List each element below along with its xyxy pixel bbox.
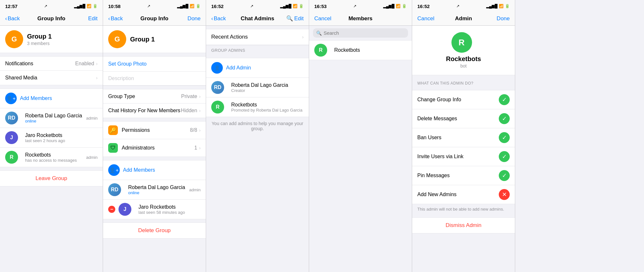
admin-row-r-3[interactable]: R Rocketbots Promoted by Roberta Dal Lag… <box>206 97 309 117</box>
perm-invite-link[interactable]: Invite Users via Link ✓ <box>412 147 515 166</box>
location-icon-3: ↗ <box>250 4 253 8</box>
member-row-r-4[interactable]: R Rocketbots <box>309 41 412 60</box>
done-button-2[interactable]: Done <box>181 15 201 22</box>
recent-actions-chevron: › <box>302 34 304 40</box>
shared-media-item[interactable]: Shared Media › <box>0 71 103 85</box>
group-header-1: G Group 1 3 members <box>0 26 103 53</box>
chat-history-item[interactable]: Chat History For New Members Hidden › <box>103 104 206 118</box>
panel-admin-settings: 16:52 ↗ ▂▄▆█ 📶 🔋 Cancel Admin Done R Roc… <box>412 0 515 272</box>
permissions-chevron: › <box>199 128 201 133</box>
group-type-label: Group Type <box>108 94 181 99</box>
group-type-chevron: › <box>199 94 201 99</box>
battery-icon-5: 🔋 <box>505 4 510 8</box>
remove-member-button-j[interactable]: − <box>108 206 115 213</box>
add-admin-icon-3: 👤 <box>211 62 223 74</box>
perm-change-group-info[interactable]: Change Group Info ✓ <box>412 90 515 109</box>
member-details-rd-2: Roberta Dal Lago Garcia online <box>128 185 189 195</box>
person-plus-icon-1: 👤+ <box>6 95 15 102</box>
location-icon-5: ↗ <box>456 4 459 8</box>
perm-label-1: Delete Messages <box>417 116 499 122</box>
member-row-j-1[interactable]: J Jaro Rocketbots last seen 2 hours ago <box>0 128 103 148</box>
done-button-5[interactable]: Done <box>490 15 510 22</box>
add-members-button-2[interactable]: 👤+ Add Members <box>103 160 206 180</box>
admin-name-r-3: Rocketbots <box>231 102 304 108</box>
member-details-j-1: Jaro Rocketbots last seen 2 hours ago <box>25 132 98 143</box>
admin-sub-r-3: Promoted by Roberta Dal Lago Garcia <box>231 108 304 113</box>
member-sub-rd-1: online <box>25 119 86 123</box>
notifications-item[interactable]: Notifications Enabled › <box>0 57 103 71</box>
perm-pin-messages[interactable]: Pin Messages ✓ <box>412 166 515 185</box>
cancel-button-5[interactable]: Cancel <box>417 15 437 22</box>
member-sub-r-1: has no access to messages <box>25 158 86 163</box>
perm-ban-users[interactable]: Ban Users ✓ <box>412 128 515 147</box>
cancel-button-4[interactable]: Cancel <box>314 15 334 22</box>
search-edit-button-3[interactable]: 🔍 Edit <box>284 15 304 22</box>
perm-toggle-2[interactable]: ✓ <box>499 132 510 143</box>
perm-label-3: Invite Users via Link <box>417 154 499 159</box>
location-icon-1: ↗ <box>44 4 47 8</box>
permissions-label: Permissions <box>122 127 190 133</box>
wifi-icon-2: 📶 <box>190 4 194 8</box>
perm-delete-messages[interactable]: Delete Messages ✓ <box>412 109 515 128</box>
administrators-item[interactable]: 🛡 Administrators 1 › <box>103 139 206 157</box>
admin-row-rd-3[interactable]: RD Roberta Dal Lago Garcia Creator <box>206 78 309 97</box>
perm-label-4: Pin Messages <box>417 173 499 178</box>
add-members-button-1[interactable]: 👤+ Add Members <box>0 89 103 108</box>
member-row-rd-2[interactable]: RD Roberta Dal Lago Garcia online admin <box>103 180 206 200</box>
perm-label-0: Change Group Info <box>417 97 499 103</box>
member-badge-rd-2: admin <box>189 187 201 192</box>
leave-group-button-1[interactable]: Leave Group <box>0 170 103 186</box>
nav-title-2: Group Info <box>128 15 181 22</box>
member-details-r-4: Rocketbots <box>334 47 407 53</box>
perm-toggle-4[interactable]: ✓ <box>499 170 510 181</box>
member-row-rd-1[interactable]: RD Roberta Dal Lago Garcia online admin <box>0 108 103 128</box>
member-avatar-r-4: R <box>314 44 327 57</box>
notifications-chevron: › <box>96 61 98 66</box>
description-field[interactable]: Description <box>103 72 206 86</box>
member-row-j-2[interactable]: − J Jaro Rocketbots last seen 58 minutes… <box>103 200 206 219</box>
back-button-3[interactable]: ‹ Back <box>211 15 231 22</box>
dismiss-admin-button[interactable]: Dismiss Admin <box>412 217 515 233</box>
member-badge-r-1: admin <box>86 155 98 160</box>
add-admin-button[interactable]: 👤 Add Admin <box>206 58 309 78</box>
panel4-scroll: 🔍 R Rocketbots <box>309 26 412 272</box>
permissions-item[interactable]: 🔑 Permissions 8/8 › <box>103 122 206 139</box>
member-name-r-4: Rocketbots <box>334 47 407 53</box>
perm-label-2: Ban Users <box>417 135 499 141</box>
delete-group-button[interactable]: Delete Group <box>103 222 206 239</box>
perm-add-admins[interactable]: Add New Admins ✕ <box>412 185 515 204</box>
perm-toggle-1[interactable]: ✓ <box>499 113 510 124</box>
admin-user-header-5: R Rocketbots bot <box>412 26 515 75</box>
group-info-1: Group 1 3 members <box>27 33 52 46</box>
shared-media-chevron: › <box>96 75 98 80</box>
member-details-rd-1: Roberta Dal Lago Garcia online <box>25 113 86 123</box>
recent-actions-item[interactable]: Recent Actions › <box>206 29 309 45</box>
set-group-photo-button[interactable]: Set Group Photo <box>103 57 206 72</box>
member-row-r-1[interactable]: R Rocketbots has no access to messages a… <box>0 148 103 167</box>
status-time-5: 16:52 <box>417 4 430 9</box>
what-can-section: WHAT CAN THIS ADMIN DO? Change Group Inf… <box>412 78 515 233</box>
back-button-2[interactable]: ‹ Back <box>108 15 128 22</box>
signal-icon-1: ▂▄▆█ <box>74 4 85 8</box>
wifi-icon-3: 📶 <box>293 4 298 8</box>
perm-toggle-3[interactable]: ✓ <box>499 151 510 162</box>
edit-button-1[interactable]: Edit <box>78 15 98 22</box>
perm-toggle-0[interactable]: ✓ <box>499 94 510 105</box>
member-badge-rd-1: admin <box>86 116 98 121</box>
chevron-left-icon-3: ‹ <box>211 15 213 22</box>
permissions-section-5: Change Group Info ✓ Delete Messages ✓ Ba… <box>412 90 515 204</box>
nav-title-1: Group Info <box>24 15 78 22</box>
nav-title-3: Chat Admins <box>231 15 284 22</box>
admin-details-r-3: Rocketbots Promoted by Roberta Dal Lago … <box>231 102 304 113</box>
back-button-1[interactable]: ‹ Back <box>5 15 24 22</box>
nav-bar-4: Cancel Members <box>309 12 412 26</box>
group-type-value: Private <box>181 94 197 99</box>
perm-toggle-5[interactable]: ✕ <box>499 189 510 200</box>
status-icons-2: ▂▄▆█ 📶 🔋 <box>177 4 201 8</box>
admin-details-rd-3: Roberta Dal Lago Garcia Creator <box>231 82 304 93</box>
group-type-item[interactable]: Group Type Private › <box>103 89 206 104</box>
recent-actions-section: Recent Actions › <box>206 29 309 45</box>
admins-section-3: 👤 Add Admin RD Roberta Dal Lago Garcia C… <box>206 58 309 117</box>
search-input-4[interactable] <box>324 30 405 36</box>
status-time-4: 16:53 <box>314 4 327 9</box>
